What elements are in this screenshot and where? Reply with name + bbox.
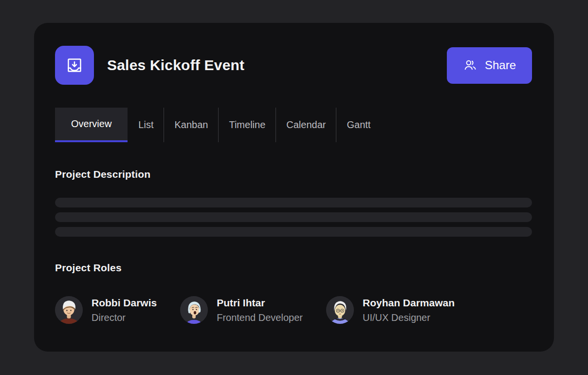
share-button[interactable]: Share (447, 47, 532, 84)
avatar-royhan-darmawan (326, 296, 354, 324)
tab-kanban[interactable]: Kanban (164, 108, 218, 142)
share-button-label: Share (485, 58, 516, 72)
tab-timeline[interactable]: Timeline (218, 108, 276, 142)
skeleton-line (55, 212, 532, 222)
view-tabs: Overview List Kanban Timeline Calendar G… (55, 108, 532, 142)
card-header: Sales Kickoff Event Share (55, 46, 532, 85)
inbox-download-icon (65, 56, 84, 75)
tab-calendar[interactable]: Calendar (276, 108, 336, 142)
skeleton-line (55, 198, 532, 207)
member-info: Royhan Darmawan UI/UX Designer (363, 297, 455, 323)
role-member-royhan[interactable]: Royhan Darmawan UI/UX Designer (326, 296, 455, 324)
member-name: Putri Ihtar (217, 297, 303, 309)
project-roles-heading: Project Roles (55, 262, 532, 274)
member-role: UI/UX Designer (363, 312, 455, 323)
project-icon-button[interactable] (55, 46, 94, 85)
member-info: Robbi Darwis Director (92, 297, 157, 323)
skeleton-line (55, 227, 532, 237)
description-skeleton (55, 198, 532, 237)
member-name: Robbi Darwis (92, 297, 157, 309)
member-role: Director (92, 312, 157, 323)
avatar-robbi-darwis (55, 296, 83, 324)
member-name: Royhan Darmawan (363, 297, 455, 309)
tab-overview[interactable]: Overview (55, 108, 128, 142)
page-title: Sales Kickoff Event (107, 57, 244, 74)
member-role: Frontend Developer (217, 312, 303, 323)
tab-list[interactable]: List (128, 108, 164, 142)
role-member-putri[interactable]: Putri Ihtar Frontend Developer (180, 296, 303, 324)
member-info: Putri Ihtar Frontend Developer (217, 297, 303, 323)
project-description-heading: Project Description (55, 169, 532, 180)
role-member-robbi[interactable]: Robbi Darwis Director (55, 296, 157, 324)
tab-gantt[interactable]: Gantt (336, 108, 381, 142)
roles-list: Robbi Darwis Director (55, 296, 532, 324)
avatar-putri-ihtar (180, 296, 208, 324)
project-card: Sales Kickoff Event Share Overview List … (34, 23, 554, 352)
users-icon (463, 58, 478, 73)
